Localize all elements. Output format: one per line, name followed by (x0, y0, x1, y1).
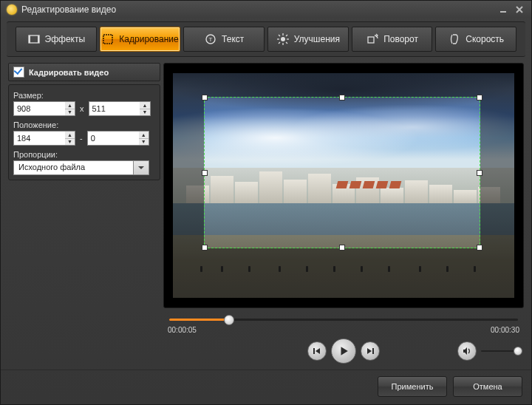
minimize-button[interactable] (497, 4, 509, 16)
height-spinner[interactable]: ▲▼ (89, 101, 151, 116)
play-button[interactable] (331, 338, 356, 364)
svg-line-14 (286, 35, 287, 36)
tab-label: Улучшения (294, 34, 340, 44)
svg-point-7 (281, 37, 285, 41)
svg-line-12 (279, 35, 280, 36)
spin-up-icon[interactable]: ▲ (65, 102, 75, 109)
spin-up-icon[interactable]: ▲ (139, 132, 149, 139)
spin-up-icon[interactable]: ▲ (140, 102, 149, 109)
crop-handle[interactable] (202, 95, 208, 101)
timeline-slider[interactable] (169, 314, 518, 324)
brightness-icon (276, 33, 290, 46)
footer: Применить Отмена (1, 370, 531, 404)
svg-line-15 (279, 42, 280, 44)
svg-rect-4 (103, 35, 112, 44)
spin-down-icon[interactable]: ▼ (139, 139, 149, 146)
tab-label: Поворот (383, 34, 418, 44)
cancel-button[interactable]: Отмена (453, 376, 522, 397)
pos-y-input[interactable] (87, 131, 139, 146)
crop-icon (101, 33, 115, 46)
window-title: Редактирование видео (21, 4, 493, 15)
pos-y-spinner[interactable]: ▲▼ (87, 131, 149, 146)
tab-label: Кадрирование (119, 34, 178, 44)
rotate-icon (366, 33, 379, 46)
crop-handle[interactable] (477, 245, 482, 251)
width-input[interactable] (13, 101, 65, 116)
height-input[interactable] (89, 101, 140, 116)
next-button[interactable] (361, 341, 380, 361)
svg-rect-0 (500, 11, 506, 13)
spin-down-icon[interactable]: ▼ (140, 109, 149, 116)
tab-speed[interactable]: Скорость (435, 27, 516, 52)
pos-x-input[interactable] (13, 131, 65, 146)
tab-rotate[interactable]: Поворот (352, 27, 433, 52)
tab-crop[interactable]: Кадрирование (100, 27, 181, 52)
content: Кадрировать видео Размер: ▲▼ x ▲▼ Положе… (1, 57, 531, 367)
position-label: Положение: (13, 120, 155, 129)
apply-button[interactable]: Применить (378, 376, 447, 397)
aspect-select[interactable]: Исходного файла (13, 160, 149, 175)
crop-checkbox-row[interactable]: Кадрировать видео (8, 63, 160, 81)
crop-panel: Кадрировать видео Размер: ▲▼ x ▲▼ Положе… (8, 63, 160, 364)
crop-checkbox-label: Кадрировать видео (29, 68, 109, 77)
size-sep: x (78, 104, 86, 113)
crop-rectangle[interactable] (204, 97, 480, 248)
close-button[interactable] (514, 4, 525, 16)
pos-sep: - (78, 134, 84, 143)
tab-label: Скорость (466, 34, 504, 44)
svg-text:T: T (209, 36, 213, 43)
svg-rect-2 (29, 35, 30, 43)
tab-bar: Эффекты Кадрирование T Текст Улучшения П… (7, 21, 525, 57)
spin-down-icon[interactable]: ▼ (65, 109, 75, 116)
titlebar: Редактирование видео (1, 1, 531, 18)
speed-icon (448, 33, 461, 46)
svg-line-13 (286, 42, 287, 44)
aspect-label: Пропорции: (13, 150, 155, 159)
film-icon (27, 33, 41, 46)
volume-thumb[interactable] (514, 347, 522, 355)
svg-rect-17 (313, 348, 315, 354)
aspect-value: Исходного файла (13, 160, 133, 175)
crop-handle[interactable] (477, 95, 482, 101)
width-spinner[interactable]: ▲▼ (13, 101, 75, 116)
svg-rect-18 (372, 348, 374, 354)
crop-handle[interactable] (202, 245, 208, 251)
tab-effects[interactable]: Эффекты (16, 27, 97, 52)
svg-rect-1 (29, 35, 39, 43)
tab-enhance[interactable]: Улучшения (267, 27, 349, 52)
pos-x-spinner[interactable]: ▲▼ (13, 131, 75, 146)
time-current: 00:00:05 (168, 326, 197, 334)
text-icon: T (204, 33, 217, 46)
tab-text[interactable]: T Текст (183, 27, 265, 52)
prev-button[interactable] (307, 341, 327, 361)
preview-panel: 00:00:05 00:00:30 (163, 63, 524, 364)
tab-label: Эффекты (45, 34, 86, 44)
video-preview[interactable] (173, 73, 514, 298)
app-icon (7, 4, 17, 15)
svg-rect-3 (38, 35, 39, 43)
player-controls: 00:00:05 00:00:30 (163, 313, 524, 364)
crop-handle[interactable] (477, 170, 482, 176)
time-total: 00:00:30 (491, 326, 519, 334)
volume-button[interactable] (457, 341, 477, 361)
volume-slider[interactable] (481, 347, 518, 355)
size-label: Размер: (13, 91, 155, 100)
spin-up-icon[interactable]: ▲ (65, 132, 75, 139)
crop-handle[interactable] (339, 95, 345, 101)
tab-label: Текст (222, 34, 244, 44)
window: Редактирование видео Эффекты Кадрировани… (0, 0, 532, 405)
crop-handle[interactable] (202, 170, 208, 176)
preview-box (163, 63, 524, 308)
svg-rect-16 (368, 37, 374, 43)
dropdown-icon[interactable] (133, 160, 149, 175)
crop-handle[interactable] (339, 245, 345, 251)
timeline-thumb[interactable] (224, 315, 234, 325)
checkbox-icon[interactable] (13, 67, 24, 78)
spin-down-icon[interactable]: ▼ (65, 139, 75, 146)
